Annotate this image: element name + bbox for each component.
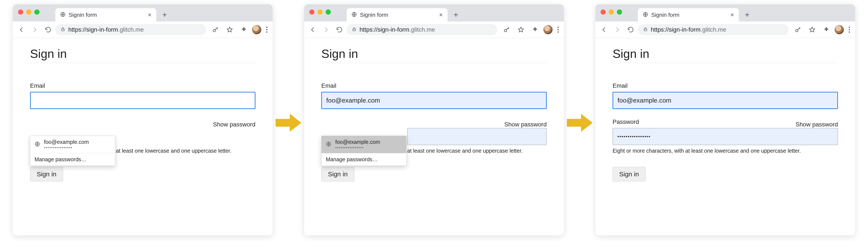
- menu-button[interactable]: [264, 25, 270, 34]
- globe-icon: [326, 141, 332, 148]
- tab-close-button[interactable]: ×: [730, 11, 734, 18]
- lock-icon: [643, 26, 648, 33]
- address-bar[interactable]: https://sign-in-form.glitch.me: [347, 24, 497, 35]
- reload-button[interactable]: [42, 24, 54, 36]
- signin-button[interactable]: Sign in: [30, 167, 63, 181]
- toolbar: https://sign-in-form.glitch.me: [304, 22, 564, 38]
- new-tab-button[interactable]: +: [451, 10, 461, 20]
- svg-point-7: [504, 29, 507, 32]
- autofill-suggestion[interactable]: foo@example.com ••••••••••••••••: [321, 136, 406, 153]
- browser-tab[interactable]: Signin form ×: [638, 8, 739, 22]
- show-password-toggle[interactable]: Show password: [504, 121, 547, 128]
- signin-button[interactable]: Sign in: [321, 167, 354, 181]
- tab-title: Signin form: [651, 11, 727, 18]
- toolbar: https://sign-in-form.glitch.me: [595, 22, 855, 38]
- page-heading: Sign in: [321, 47, 547, 61]
- tab-strip: Signin form × +: [595, 4, 855, 22]
- email-label: Email: [30, 82, 255, 89]
- close-window-button[interactable]: [18, 9, 23, 15]
- tab-title: Signin form: [69, 11, 145, 18]
- autofill-username: foo@example.com: [335, 139, 380, 145]
- forward-button[interactable]: [29, 24, 41, 36]
- forward-button[interactable]: [320, 24, 332, 36]
- toolbar-right: [210, 24, 270, 36]
- back-button[interactable]: [307, 24, 319, 36]
- manage-passwords-link[interactable]: Manage passwords…: [321, 153, 406, 166]
- maximize-window-button[interactable]: [326, 9, 331, 15]
- email-label: Email: [613, 82, 838, 89]
- window-controls: [309, 9, 331, 15]
- globe-icon: [60, 11, 66, 18]
- maximize-window-button[interactable]: [617, 9, 622, 15]
- address-bar[interactable]: https://sign-in-form.glitch.me: [638, 24, 788, 35]
- minimize-window-button[interactable]: [317, 9, 322, 15]
- browser-tab[interactable]: Signin form ×: [55, 8, 156, 22]
- signin-button[interactable]: Sign in: [613, 167, 646, 181]
- toolbar-right: [792, 24, 852, 36]
- tab-close-button[interactable]: ×: [148, 11, 152, 18]
- email-input[interactable]: foo@example.com: [613, 92, 838, 109]
- page-content: Sign in Email foo@example.com ••••••••••…: [13, 38, 273, 235]
- profile-avatar[interactable]: [252, 25, 261, 34]
- key-icon[interactable]: [501, 24, 513, 36]
- key-icon[interactable]: [792, 24, 804, 36]
- email-label: Email: [321, 82, 547, 89]
- svg-rect-11: [644, 29, 647, 31]
- browser-window: Signin form × + https://sign-in-form.gli…: [595, 4, 855, 235]
- svg-point-2: [213, 29, 216, 32]
- autofill-suggestion[interactable]: foo@example.com ••••••••••••••••: [30, 136, 115, 153]
- bookmark-star-icon[interactable]: [515, 24, 527, 36]
- maximize-window-button[interactable]: [34, 9, 39, 15]
- address-bar[interactable]: https://sign-in-form.glitch.me: [55, 24, 206, 35]
- window-controls: [18, 9, 39, 15]
- password-input[interactable]: ••••••••••••••••: [613, 128, 838, 145]
- back-button[interactable]: [598, 24, 610, 36]
- minimize-window-button[interactable]: [609, 9, 614, 15]
- show-password-toggle[interactable]: Show password: [213, 121, 255, 128]
- arrow-icon: [567, 112, 593, 134]
- tab-close-button[interactable]: ×: [439, 11, 443, 18]
- url-origin: https://sign-in-form.glitch.me: [651, 26, 726, 33]
- profile-avatar[interactable]: [543, 25, 553, 34]
- manage-passwords-link[interactable]: Manage passwords…: [30, 153, 115, 166]
- password-input[interactable]: [407, 128, 547, 145]
- browser-tab[interactable]: Signin form ×: [347, 8, 447, 22]
- extensions-icon[interactable]: [529, 24, 541, 36]
- extensions-icon[interactable]: [820, 24, 832, 36]
- reload-button[interactable]: [333, 24, 345, 36]
- divider: [321, 63, 547, 63]
- email-input[interactable]: [30, 92, 255, 109]
- browser-window: Signin form × + https://sign-in-form.gli…: [304, 4, 564, 235]
- lock-icon: [352, 26, 356, 33]
- tab-strip: Signin form × +: [13, 4, 273, 22]
- key-icon[interactable]: [210, 24, 221, 36]
- close-window-button[interactable]: [600, 9, 606, 15]
- minimize-window-button[interactable]: [26, 9, 31, 15]
- svg-marker-4: [276, 114, 301, 132]
- new-tab-button[interactable]: +: [742, 10, 752, 20]
- extensions-icon[interactable]: [238, 24, 250, 36]
- svg-rect-6: [353, 29, 355, 31]
- arrow-icon: [276, 112, 301, 134]
- autofill-password-mask: ••••••••••••••••: [44, 146, 89, 150]
- bookmark-star-icon[interactable]: [224, 24, 236, 36]
- window-controls: [600, 9, 622, 15]
- reload-button[interactable]: [625, 24, 637, 36]
- new-tab-button[interactable]: +: [160, 10, 169, 20]
- autofill-password-mask: ••••••••••••••••: [335, 146, 380, 150]
- menu-button[interactable]: [555, 25, 561, 34]
- toolbar-right: [501, 24, 561, 36]
- profile-avatar[interactable]: [835, 25, 844, 34]
- back-button[interactable]: [16, 24, 28, 36]
- close-window-button[interactable]: [309, 9, 314, 15]
- forward-button[interactable]: [611, 24, 623, 36]
- tab-title: Signin form: [360, 11, 436, 18]
- password-label: Password: [613, 118, 639, 125]
- svg-point-12: [796, 29, 798, 32]
- email-input[interactable]: foo@example.com: [321, 92, 547, 109]
- bookmark-star-icon[interactable]: [806, 24, 818, 36]
- show-password-toggle[interactable]: Show password: [796, 121, 838, 128]
- menu-button[interactable]: [846, 25, 852, 34]
- globe-icon: [351, 11, 357, 18]
- toolbar: https://sign-in-form.glitch.me: [13, 22, 273, 38]
